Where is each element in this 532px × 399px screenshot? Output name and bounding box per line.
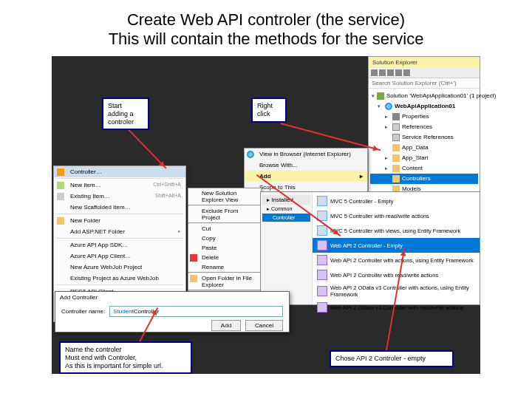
controller-icon: [57, 168, 64, 176]
scope-item[interactable]: Exclude From Project: [188, 206, 261, 222]
globe-icon: [385, 103, 392, 110]
folder-icon: [57, 217, 64, 225]
scaffold-item[interactable]: MVC 5 Controller - Empty: [313, 194, 480, 208]
scaffold-item[interactable]: MVC 5 Controller with read/write actions: [313, 208, 480, 223]
api-icon: [317, 255, 327, 265]
add-existing-item[interactable]: Existing Item…Shift+Alt+A: [54, 191, 185, 202]
cancel-button[interactable]: Cancel: [245, 320, 283, 331]
add-scaffold-dialog: ▸ Installed ▸ Common Controller MVC 5 Co…: [260, 191, 480, 305]
wrench-icon: [392, 113, 400, 120]
folder-icon: [392, 154, 400, 162]
tree-item[interactable]: App_Data: [370, 143, 478, 153]
collapse-icon[interactable]: [387, 69, 394, 76]
folder-icon: [190, 275, 197, 282]
api-icon: [317, 240, 327, 250]
api-icon: [317, 302, 327, 313]
ctx-browse-with[interactable]: Browse With...: [245, 160, 367, 171]
ctx-view-browser[interactable]: View in Browser (Internet Explorer): [245, 149, 367, 160]
properties-icon[interactable]: [403, 69, 410, 76]
field-label: Controller name:: [61, 308, 105, 315]
scope-open-folder[interactable]: Open Folder in File Explorer: [188, 273, 261, 290]
scope-copy[interactable]: Copy: [188, 233, 261, 243]
copy-icon: [190, 235, 197, 242]
tree-item[interactable]: ▸App_Start: [370, 153, 478, 163]
api-icon: [317, 270, 327, 280]
scope-paste[interactable]: Paste: [188, 243, 261, 253]
add-scaffolded-item[interactable]: New Scaffolded Item…: [54, 202, 185, 213]
scaffold-item[interactable]: Web API 2 Controller with actions, using…: [313, 253, 480, 267]
browser-icon: [247, 151, 254, 158]
solution-explorer-title: Solution Explorer: [369, 57, 480, 68]
add-controller-dialog: Add Controller Controller name: StudentC…: [55, 291, 290, 332]
mvc-icon: [317, 225, 327, 236]
solution-explorer-toolbar: [369, 68, 480, 78]
add-aspnet-folder[interactable]: Add ASP.NET Folder▸: [54, 226, 185, 237]
project-node[interactable]: ▾WebApiApplication01: [370, 101, 478, 112]
references-icon: [392, 134, 400, 141]
folder-icon: [392, 144, 400, 151]
tree-item[interactable]: Service References: [370, 132, 478, 143]
arrow-icon: [280, 123, 381, 151]
add-new-item[interactable]: New Item…Ctrl+Shift+A: [54, 180, 185, 191]
tree-item[interactable]: ▸References: [370, 122, 478, 132]
scope-cut[interactable]: Cut: [188, 224, 261, 233]
refresh-icon[interactable]: [379, 69, 386, 76]
scope-delete[interactable]: Delete: [188, 253, 261, 262]
solution-explorer-search[interactable]: Search Solution Explorer (Ctrl+'): [369, 78, 480, 89]
arrow-icon: [128, 129, 167, 169]
cut-icon: [190, 225, 197, 233]
scaffold-item[interactable]: Web API 2 Controller with read/write act…: [313, 267, 480, 282]
scaffold-item[interactable]: Web API 2 OData v3 Controller with read/…: [313, 300, 480, 315]
folder-icon: [392, 175, 400, 183]
new-item-icon: [57, 182, 64, 189]
solution-icon: [377, 92, 384, 100]
screenshot-canvas: Solution Explorer Search Solution Explor…: [52, 56, 480, 374]
references-icon: [392, 123, 400, 131]
scaffold-cat-controller[interactable]: Controller: [262, 214, 310, 222]
controller-name-input[interactable]: StudentController: [109, 306, 283, 317]
folder-icon: [392, 165, 400, 172]
show-all-icon[interactable]: [395, 69, 402, 76]
add-button[interactable]: Add: [211, 320, 241, 331]
callout-name: Name the controler Must end with Control…: [59, 341, 192, 374]
delete-icon: [190, 254, 197, 262]
view-icon: [190, 190, 197, 197]
mvc-icon: [317, 196, 327, 206]
scope-rename[interactable]: Rename: [188, 262, 261, 272]
add-new-folder[interactable]: New Folder: [54, 215, 185, 226]
callout-start: Start adding a controler: [102, 98, 149, 130]
api-icon: [317, 286, 327, 296]
scope-item[interactable]: New Solution Explorer View: [188, 188, 261, 205]
home-icon[interactable]: [371, 69, 378, 76]
existing-item-icon: [57, 193, 64, 200]
tree-item[interactable]: ▸Content: [370, 163, 478, 174]
paste-icon: [190, 245, 197, 252]
page-title: Create Web API controler (the service) T…: [0, 0, 532, 53]
scaffold-item-webapi2-empty[interactable]: Web API 2 Controller - Empty: [313, 238, 480, 253]
dialog-title: Add Controller: [55, 292, 289, 303]
add-azure-client[interactable]: Azure API App Client…: [54, 250, 185, 262]
tree-item-controllers[interactable]: Controllers: [370, 174, 478, 184]
add-azure-sdk[interactable]: Azure API App SDK…: [54, 239, 185, 250]
scope-submenu: New Solution Explorer View Exclude From …: [188, 188, 262, 301]
callout-choose: Chose API 2 Controler - empty: [330, 350, 454, 367]
add-azure-webjob[interactable]: New Azure WebJob Project: [54, 262, 185, 273]
add-existing-webjob[interactable]: Existing Project as Azure WebJob: [54, 273, 185, 284]
tree-item[interactable]: ▸Properties: [370, 112, 478, 122]
solution-root[interactable]: ▾Solution 'WebApiApplication01' (1 proje…: [370, 91, 478, 101]
callout-right-click: Right click: [251, 98, 287, 123]
